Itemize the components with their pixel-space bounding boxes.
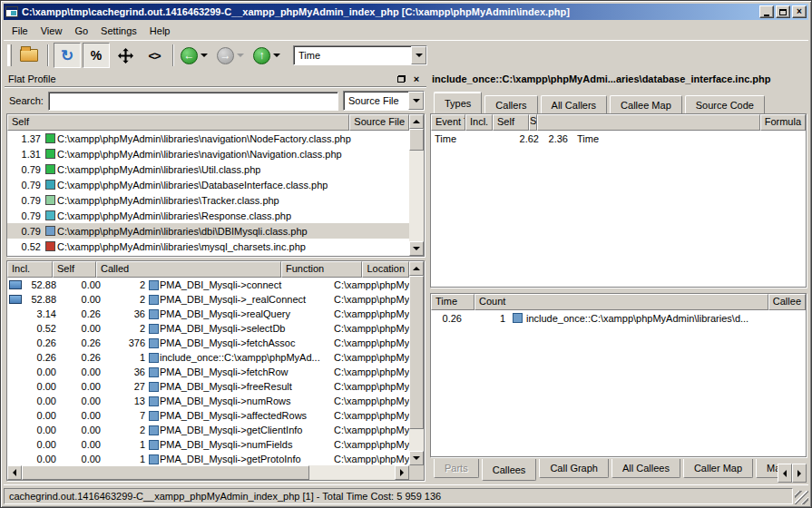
- back-button[interactable]: ←: [181, 47, 198, 64]
- detail-bottom-tab[interactable]: Callees: [482, 459, 537, 481]
- detail-tab[interactable]: Callee Map: [610, 95, 682, 113]
- callee-row[interactable]: 0.26 1 include_once::C:\xampp\phpMyAdmin…: [431, 310, 806, 326]
- layout-button[interactable]: [112, 43, 139, 68]
- function-row[interactable]: 0.52 0.00 2 PMA_DBI_Mysqli->selectDb C:\…: [7, 321, 409, 336]
- reload-button[interactable]: ↻: [54, 43, 81, 68]
- resize-grip[interactable]: [795, 491, 808, 504]
- function-row[interactable]: 0.00 0.00 1 PMA_DBI_Mysqli->numFields C:…: [7, 437, 409, 452]
- menu-item[interactable]: View: [34, 24, 69, 38]
- scroll-down-button[interactable]: [409, 241, 424, 256]
- maximize-button[interactable]: [776, 5, 790, 18]
- function-row[interactable]: 3.14 0.26 36 PMA_DBI_Mysqli->realQuery C…: [7, 307, 409, 321]
- column-header[interactable]: Function: [281, 261, 362, 278]
- menu-item[interactable]: Help: [143, 24, 177, 38]
- dock-title-bar[interactable]: Flat Profile ×: [5, 72, 426, 87]
- open-file-button[interactable]: [15, 43, 43, 68]
- event-type-row[interactable]: Time 2.62 2.36 Time: [431, 131, 806, 146]
- column-header[interactable]: Formula: [760, 114, 806, 131]
- up-button[interactable]: ↑: [253, 47, 270, 64]
- detail-bottom-tab[interactable]: Parts: [434, 459, 479, 478]
- scrollbar-thumb[interactable]: [409, 129, 424, 151]
- function-list-hscrollbar[interactable]: [7, 465, 409, 480]
- combobox-dropdown-button[interactable]: [411, 46, 426, 64]
- detail-tab[interactable]: Callers: [484, 95, 537, 113]
- column-header[interactable]: Called: [96, 261, 281, 278]
- column-header[interactable]: Incl.: [465, 114, 493, 131]
- called-count-cell: 13: [105, 396, 149, 406]
- function-row[interactable]: 0.26 0.26 376 PMA_DBI_Mysqli->fetchAssoc…: [7, 336, 409, 350]
- source-file-row[interactable]: 0.79 C:\xampp\phpMyAdmin\libraries\Util.…: [7, 161, 409, 177]
- source-file-row[interactable]: 1.37 C:\xampp\phpMyAdmin\libraries\navig…: [7, 131, 409, 146]
- function-row[interactable]: 0.00 0.00 7 PMA_DBI_Mysqli->affectedRows…: [7, 408, 409, 423]
- source-file-row[interactable]: 0.52 C:\xampp\phpMyAdmin\libraries\user_…: [7, 254, 409, 256]
- percent-toggle-button[interactable]: %: [83, 43, 110, 68]
- column-header[interactable]: Short: [529, 114, 537, 131]
- column-header[interactable]: Location: [362, 261, 409, 278]
- source-list-scrollbar[interactable]: [409, 114, 424, 256]
- combobox-dropdown-button[interactable]: [408, 92, 424, 110]
- column-header[interactable]: Incl.: [7, 261, 53, 278]
- scroll-up-button[interactable]: [409, 261, 424, 276]
- column-header[interactable]: Event Type: [431, 114, 465, 131]
- back-dropdown-caret[interactable]: [201, 54, 208, 57]
- column-header[interactable]: Time: [431, 294, 474, 310]
- source-file-row[interactable]: 1.31 C:\xampp\phpMyAdmin\libraries\navig…: [7, 146, 409, 161]
- detail-bottom-tab[interactable]: Caller Map: [683, 459, 753, 478]
- function-row[interactable]: 0.00 0.00 13 PMA_DBI_Mysqli->numRows C:\…: [7, 394, 409, 408]
- source-table-header: SelfSource File: [7, 114, 409, 131]
- function-row[interactable]: 0.26 0.26 1 include_once::C:\xampp\phpMy…: [7, 350, 409, 365]
- detail-bottom-tab[interactable]: Call Graph: [539, 459, 609, 478]
- source-file-row[interactable]: 0.79 C:\xampp\phpMyAdmin\libraries\dbi\D…: [7, 223, 409, 239]
- detail-tab[interactable]: All Callers: [541, 95, 608, 113]
- source-file-path: C:\xampp\phpMyAdmin\libraries\navigation…: [57, 149, 342, 160]
- tab-scroll-right-button[interactable]: [792, 464, 807, 483]
- function-name-cell: PMA_DBI_Mysqli->fetchAssoc: [149, 337, 334, 348]
- scroll-down-button[interactable]: [409, 451, 424, 465]
- function-table: Incl.SelfCalledFunctionLocation 52.88 0.…: [6, 260, 425, 481]
- event-type-combobox[interactable]: Time: [293, 45, 427, 65]
- menu-item[interactable]: Go: [68, 24, 94, 38]
- minimize-button[interactable]: [759, 5, 774, 18]
- scrollbar-thumb[interactable]: [22, 465, 309, 480]
- detail-tab[interactable]: Types: [434, 92, 482, 113]
- source-file-row[interactable]: 0.79 C:\xampp\phpMyAdmin\libraries\Track…: [7, 192, 409, 208]
- up-dropdown-caret[interactable]: [273, 54, 280, 57]
- column-header[interactable]: Self: [53, 261, 96, 278]
- group-by-combobox[interactable]: Source File: [343, 91, 425, 111]
- function-row[interactable]: 52.88 0.00 2 PMA_DBI_Mysqli->connect C:\…: [7, 278, 409, 292]
- function-row[interactable]: 0.00 0.00 36 PMA_DBI_Mysqli->fetchRow C:…: [7, 365, 409, 379]
- expand-collapse-button[interactable]: <>: [141, 43, 168, 68]
- column-header[interactable]: Self: [493, 114, 529, 131]
- title-bar[interactable]: C:\xampp\tmp\cachegrind.out.1416463299-C…: [4, 4, 808, 20]
- source-file-row[interactable]: 0.52 C:\xampp\phpMyAdmin\libraries\mysql…: [7, 239, 409, 254]
- scrollbar-thumb[interactable]: [409, 276, 424, 429]
- scroll-left-button[interactable]: [7, 465, 22, 480]
- detail-panel: include_once::C:\xampp\phpMyAdmi...aries…: [430, 72, 807, 483]
- close-button[interactable]: ×: [792, 5, 807, 18]
- detail-tab[interactable]: Source Code: [685, 95, 765, 113]
- function-row[interactable]: 52.88 0.00 2 PMA_DBI_Mysqli->_realConnec…: [7, 292, 409, 307]
- column-header[interactable]: [537, 114, 760, 131]
- toolbar-drag-handle[interactable]: [7, 44, 12, 66]
- scroll-right-button[interactable]: [395, 465, 409, 480]
- function-row[interactable]: 0.00 0.00 27 PMA_DBI_Mysqli->freeResult …: [7, 379, 409, 394]
- menu-item[interactable]: Settings: [94, 24, 143, 38]
- dock-close-button[interactable]: ×: [410, 73, 423, 85]
- function-list-scrollbar[interactable]: [409, 261, 424, 465]
- scroll-up-button[interactable]: [409, 114, 424, 129]
- source-file-row[interactable]: 0.79 C:\xampp\phpMyAdmin\libraries\Respo…: [7, 208, 409, 223]
- function-icon: [149, 309, 159, 319]
- tab-scroll-left-button[interactable]: [778, 464, 792, 483]
- column-header[interactable]: Count: [474, 294, 768, 310]
- source-file-row[interactable]: 0.79 C:\xampp\phpMyAdmin\libraries\Datab…: [7, 177, 409, 192]
- self-cost-cell: 1.31: [7, 149, 45, 160]
- function-row[interactable]: 0.00 0.00 2 PMA_DBI_Mysqli->getClientInf…: [7, 423, 409, 437]
- column-header[interactable]: Self: [7, 114, 349, 131]
- search-input[interactable]: [48, 92, 338, 111]
- detail-bottom-tab[interactable]: All Callees: [611, 459, 680, 478]
- function-row[interactable]: 0.00 0.00 1 PMA_DBI_Mysqli->getProtoInfo…: [7, 452, 409, 465]
- column-header[interactable]: Callee: [768, 294, 806, 310]
- menu-item[interactable]: File: [5, 24, 34, 38]
- dock-float-button[interactable]: [395, 73, 407, 85]
- column-header[interactable]: Source File: [349, 114, 409, 131]
